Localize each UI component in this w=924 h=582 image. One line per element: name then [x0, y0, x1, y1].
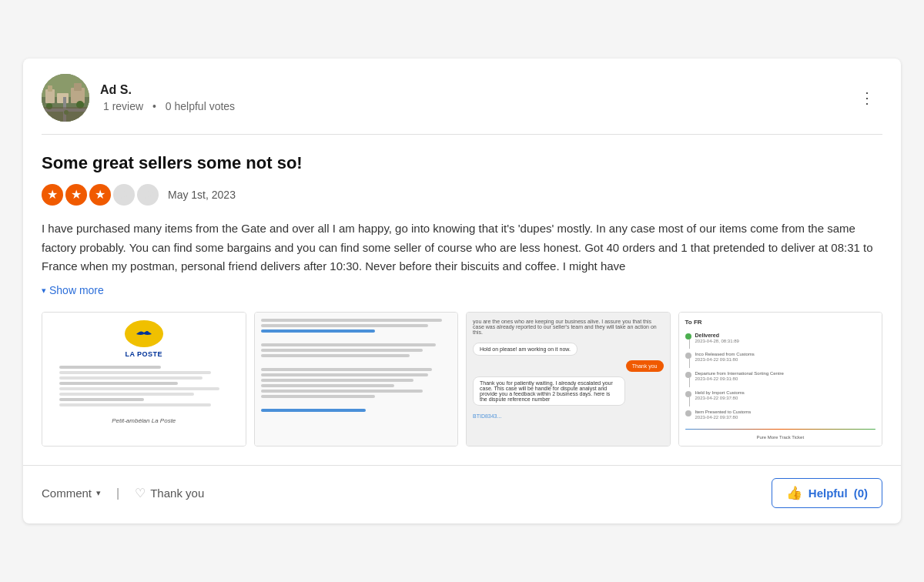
comment-label: Comment — [42, 487, 92, 500]
laposte-logo: LA POSTE — [125, 320, 163, 358]
svg-rect-3 — [48, 85, 52, 92]
thumbs-up-icon: 👍 — [786, 485, 802, 501]
tracking-date-5: 2023-04-22 09:37:80 — [695, 415, 752, 420]
svg-point-10 — [76, 101, 84, 109]
tracking-item-2: Inco Released from Customs 2023-04-22 09… — [685, 352, 876, 368]
review-text: I have purchased many items from the Gat… — [42, 219, 882, 276]
tracking-title: To FR — [685, 319, 876, 326]
show-more-label: Show more — [49, 284, 104, 296]
review-image-3[interactable]: you are the ones who are keeping our bus… — [466, 312, 671, 447]
more-options-button[interactable]: ⋮ — [853, 85, 882, 110]
tracking-event-3: Departure from International Sorting Cen… — [695, 371, 784, 376]
review-title: Some great sellers some not so! — [42, 153, 882, 173]
tracking-event-4: Held by Import Customs — [695, 390, 745, 395]
chat-header-text: you are the ones who are keeping our bus… — [473, 319, 664, 335]
star-rating: ★ ★ ★ ★ ★ — [42, 184, 159, 206]
tracking-item-5: Item Presented to Customs 2023-04-22 09:… — [685, 410, 876, 420]
separator-dot: • — [152, 100, 156, 112]
tracking-item-3: Departure from International Sorting Cen… — [685, 371, 876, 387]
thank-you-label: Thank you — [150, 487, 204, 500]
helpful-label: Helpful — [808, 487, 848, 500]
tracking-item-4: Held by Import Customs 2023-04-22 09:37:… — [685, 390, 876, 406]
chat-bubbles-document: you are the ones who are keeping our bus… — [467, 313, 670, 446]
tracking-event-5: Item Presented to Customs — [695, 410, 752, 414]
avatar — [42, 74, 89, 122]
footer-separator: | — [116, 487, 119, 500]
tracking-bar — [685, 429, 876, 430]
helpful-votes: 0 helpful votes — [166, 100, 235, 112]
heart-icon: ♡ — [135, 486, 146, 500]
chat-text-lines — [261, 319, 452, 412]
comment-button[interactable]: Comment ▾ — [42, 487, 101, 500]
tracking-date-3: 2023-04-22 09:31:80 — [695, 376, 784, 381]
thank-you-button[interactable]: ♡ Thank you — [135, 486, 204, 500]
tracking-date-4: 2023-04-22 09:37:80 — [695, 396, 745, 400]
rating-row: ★ ★ ★ ★ ★ May 1st, 2023 — [42, 184, 882, 206]
review-footer: Comment ▾ | ♡ Thank you 👍 Helpful (0) — [23, 465, 901, 523]
chat-bubble-left-2: Thank you for patiently waiting. I alrea… — [473, 376, 625, 406]
review-body: Some great sellers some not so! ★ ★ ★ ★ … — [23, 135, 901, 447]
helpful-button[interactable]: 👍 Helpful (0) — [772, 478, 882, 508]
svg-rect-4 — [57, 93, 69, 103]
tracking-date-1: 2023-04-28, 08:31:89 — [695, 339, 739, 343]
star-2: ★ — [65, 184, 87, 206]
chat-bubble-left-1: Hold on please! am working on it now. — [473, 343, 578, 356]
review-card: Ad S. 1 review • 0 helpful votes ⋮ Some … — [23, 59, 901, 523]
svg-point-11 — [64, 110, 69, 115]
helpful-count: (0) — [854, 487, 868, 500]
tracking-status: Delivered — [695, 333, 739, 338]
svg-rect-8 — [63, 97, 66, 122]
tracking-event-2: Inco Released from Customs — [695, 352, 755, 356]
laposte-label: LA POSTE — [125, 350, 162, 358]
laposte-document: LA POSTE Petit-ambélan La Poste — [42, 313, 246, 446]
footer-actions-left: Comment ▾ | ♡ Thank you — [42, 486, 204, 500]
tracking-date-2: 2023-04-22 09:31:80 — [695, 357, 755, 362]
star-4: ★ — [113, 184, 135, 206]
reviewer-header: Ad S. 1 review • 0 helpful votes ⋮ — [23, 59, 901, 134]
review-image-1[interactable]: LA POSTE Petit-ambélan La Poste — [42, 312, 246, 447]
review-count: 1 review — [103, 100, 143, 112]
reviewer-name: Ad S. — [100, 83, 238, 97]
star-3: ★ — [89, 184, 111, 206]
laposte-footer: Petit-ambélan La Poste — [112, 417, 176, 424]
tracking-footer: Pure More Track Ticket — [685, 435, 876, 440]
chevron-down-icon: ▾ — [96, 488, 101, 498]
svg-point-9 — [46, 103, 52, 109]
svg-rect-6 — [74, 83, 82, 91]
laposte-oval — [125, 320, 163, 347]
review-image-4[interactable]: To FR Delivered 2023-04-28, 08:31:89 — [678, 312, 883, 447]
avatar-image — [42, 74, 89, 122]
review-date: May 1st, 2023 — [168, 189, 236, 201]
star-5: ★ — [137, 184, 159, 206]
svg-rect-7 — [42, 109, 89, 112]
reference-number: BTID8343... — [473, 413, 664, 419]
tracking-document: To FR Delivered 2023-04-28, 08:31:89 — [679, 313, 882, 446]
document-lines — [59, 366, 228, 406]
tracking-item-1: Delivered 2023-04-28, 08:31:89 — [685, 333, 876, 349]
chevron-down-icon: ▾ — [42, 286, 46, 296]
review-images: LA POSTE Petit-ambélan La Poste — [42, 312, 882, 447]
reviewer-info: Ad S. 1 review • 0 helpful votes — [100, 83, 238, 112]
chat-text-document — [255, 313, 458, 446]
reviewer-left: Ad S. 1 review • 0 helpful votes — [42, 74, 238, 122]
svg-point-13 — [146, 331, 149, 334]
review-image-2[interactable] — [254, 312, 459, 447]
show-more-button[interactable]: ▾ Show more — [42, 284, 882, 296]
chat-bubble-orange: Thank you — [626, 360, 664, 372]
reviewer-meta: 1 review • 0 helpful votes — [100, 100, 238, 112]
star-1: ★ — [42, 184, 63, 206]
